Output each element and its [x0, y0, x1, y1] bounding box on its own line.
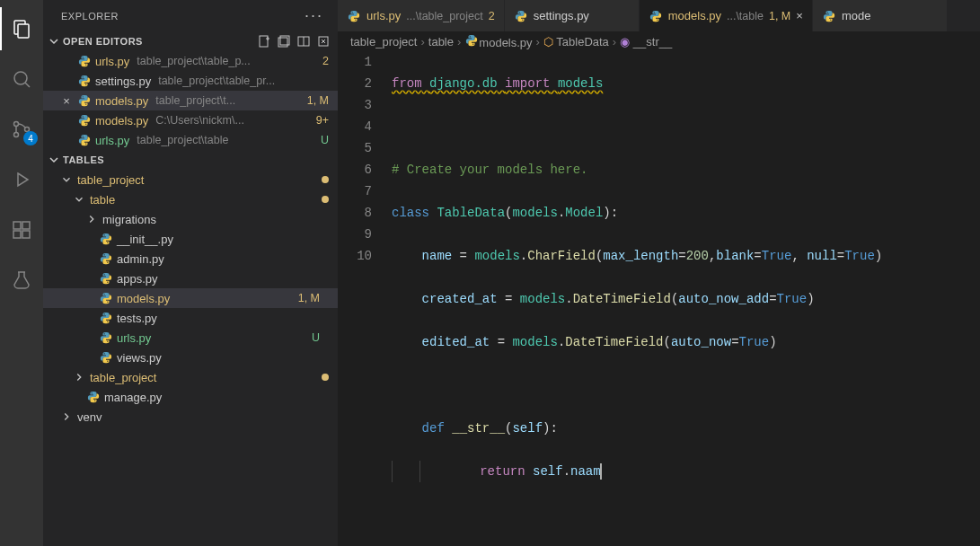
breadcrumb[interactable]: table_project›table›models.py›⬡ TableDat…	[338, 31, 980, 51]
tree-item[interactable]: table	[43, 189, 338, 209]
python-icon	[86, 390, 101, 404]
tree-item[interactable]: admin.py	[43, 249, 338, 269]
editor-tab[interactable]: urls.py...\table_project2	[338, 0, 505, 31]
breadcrumb-item[interactable]: table_project	[350, 35, 417, 48]
file-path: table_project\table	[137, 134, 228, 146]
sidebar-title-row: EXPLORER ···	[43, 0, 338, 31]
svg-marker-7	[18, 173, 28, 186]
python-icon	[514, 9, 528, 23]
file-path: table_project\t...	[155, 94, 235, 107]
save-all-icon[interactable]	[277, 34, 291, 48]
folder-header[interactable]: TABLES	[43, 150, 338, 170]
editor-tab[interactable]: settings.py	[505, 0, 640, 31]
line-number: 7	[338, 181, 372, 202]
chevron-right-icon	[84, 212, 99, 226]
python-icon	[99, 291, 113, 305]
python-icon	[99, 232, 113, 246]
svg-line-3	[25, 83, 30, 87]
python-icon	[99, 330, 113, 345]
tree-item-label: table_project	[90, 371, 156, 384]
breadcrumb-item[interactable]: ◉ __str__	[620, 35, 672, 48]
tree-item[interactable]: apps.py	[43, 269, 338, 288]
breadcrumb-item[interactable]: table	[428, 35, 454, 48]
open-editor-item[interactable]: settings.pytable_project\table_pr...	[43, 71, 338, 91]
tree-item-label: manage.py	[104, 391, 162, 404]
extensions-activity[interactable]	[0, 208, 43, 251]
file-name: models.py	[95, 94, 148, 108]
open-editors-header[interactable]: OPEN EDITORS	[43, 31, 338, 51]
open-editors-list: urls.pytable_project\table_p...2settings…	[43, 51, 338, 150]
editor-tabs: urls.py...\table_project2settings.pymode…	[338, 0, 980, 31]
tree-item-label: apps.py	[117, 272, 158, 286]
editor-area: urls.py...\table_project2settings.pymode…	[338, 0, 980, 546]
tab-path: ...\table	[727, 10, 764, 22]
code-content[interactable]: from django.db import models # Create yo…	[392, 51, 980, 546]
tree-item[interactable]: migrations	[43, 209, 338, 229]
tab-label: settings.py	[534, 9, 589, 22]
tab-status: 2	[489, 10, 495, 22]
tab-label: models.py	[668, 9, 721, 22]
line-number: 6	[338, 159, 372, 181]
tab-label: mode	[842, 9, 871, 22]
line-number: 8	[338, 202, 372, 224]
file-path: table_project\table_p...	[137, 55, 250, 67]
open-editor-item[interactable]: urls.pytable_project\tableU	[43, 130, 338, 150]
code-editor[interactable]: 12345678910 from django.db import models…	[338, 51, 980, 546]
close-icon[interactable]: ×	[59, 94, 74, 108]
close-icon[interactable]: ×	[796, 9, 803, 22]
tree-item[interactable]: urls.pyU	[43, 328, 338, 348]
svg-rect-10	[22, 231, 30, 238]
class-icon: ⬡	[543, 35, 553, 48]
open-editor-item[interactable]: models.pyC:\Users\nickm\...9+	[43, 110, 338, 130]
tree-item[interactable]: __init__.py	[43, 229, 338, 249]
debug-activity[interactable]	[0, 158, 43, 201]
close-all-icon[interactable]	[316, 34, 331, 48]
tree-item-label: table	[90, 193, 115, 207]
testing-activity[interactable]	[0, 259, 43, 302]
search-activity[interactable]	[0, 57, 43, 101]
breadcrumb-item[interactable]: ⬡ TableData	[543, 35, 609, 48]
file-path: C:\Users\nickm\...	[155, 114, 244, 127]
breadcrumb-item[interactable]: models.py	[464, 33, 532, 49]
open-editor-item[interactable]: urls.pytable_project\table_p...2	[43, 51, 338, 71]
explorer-activity[interactable]	[0, 7, 43, 50]
open-editor-item[interactable]: ×models.pytable_project\t...1, M	[43, 91, 338, 110]
tree-item[interactable]: table_project	[43, 367, 338, 387]
activity-bar: 4	[0, 0, 43, 546]
explorer-sidebar: EXPLORER ··· OPEN EDITORS urls.pytable_p…	[43, 0, 338, 546]
editor-tab[interactable]: mode	[813, 0, 948, 31]
scm-activity[interactable]: 4	[0, 108, 43, 151]
chevron-down-icon	[59, 172, 74, 187]
toggle-layout-icon[interactable]	[296, 34, 311, 48]
editor-tab[interactable]: models.py...\table1, M×	[640, 0, 813, 31]
python-icon	[77, 74, 92, 88]
modified-dot-icon	[322, 176, 329, 183]
file-name: settings.py	[95, 75, 151, 88]
line-number: 4	[338, 116, 372, 137]
file-name: urls.py	[95, 55, 129, 68]
chevron-down-icon	[72, 192, 86, 207]
tree-item[interactable]: venv	[43, 407, 338, 427]
tree-item[interactable]: views.py	[43, 348, 338, 367]
python-icon	[77, 133, 92, 147]
line-gutter: 12345678910	[338, 51, 392, 546]
line-number: 9	[338, 224, 372, 245]
svg-rect-11	[22, 222, 30, 229]
more-icon[interactable]: ···	[305, 6, 323, 25]
svg-point-4	[14, 122, 19, 127]
file-path: table_project\table_pr...	[158, 75, 275, 87]
tree-item-label: urls.py	[117, 331, 151, 345]
python-icon	[99, 350, 113, 365]
tree-item[interactable]: manage.py	[43, 387, 338, 407]
tree-item[interactable]: models.py1, M	[43, 288, 338, 308]
scm-badge: 4	[23, 131, 38, 145]
line-number: 2	[338, 73, 372, 94]
line-number: 3	[338, 94, 372, 116]
tree-item[interactable]: tests.py	[43, 308, 338, 328]
tree-item[interactable]: table_project	[43, 170, 338, 189]
file-status: U	[312, 331, 329, 344]
line-number: 5	[338, 137, 372, 159]
chevron-right-icon	[72, 370, 86, 384]
python-icon	[77, 54, 92, 68]
new-file-icon[interactable]	[257, 34, 271, 48]
